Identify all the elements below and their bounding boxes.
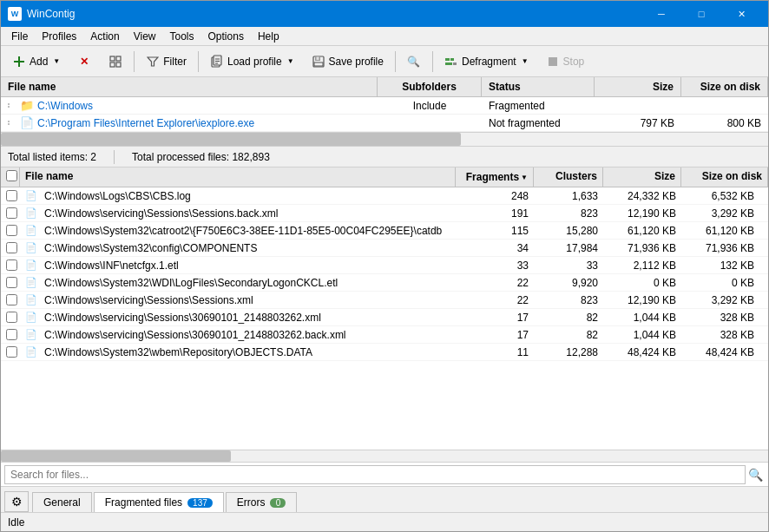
lower-header-filename[interactable]: File name [20, 167, 456, 187]
row-select-checkbox[interactable] [6, 190, 17, 201]
lower-header-size[interactable]: Size [603, 167, 681, 187]
lower-header-sizeondisk[interactable]: Size on disk [681, 167, 768, 187]
upper-row-subfolders: Include [378, 98, 482, 114]
tab-fragmented-files[interactable]: Fragmented files 137 [94, 492, 224, 513]
row-checkbox[interactable] [1, 206, 20, 220]
lower-table-row[interactable]: 📄 C:\Windows\System32\catroot2\{F750E6C3… [1, 222, 768, 240]
upper-scrollbar-thumb [1, 133, 461, 146]
row-filename: 📄 C:\Windows\System32\catroot2\{F750E6C3… [20, 223, 456, 239]
add-label: Add [30, 56, 48, 68]
row-select-checkbox[interactable] [6, 242, 17, 253]
row-checkbox[interactable] [1, 345, 20, 359]
settings-button[interactable]: ⚙ [4, 491, 29, 512]
svg-rect-14 [316, 56, 319, 60]
row-checkbox[interactable] [1, 258, 20, 273]
lower-table-row[interactable]: 📄 C:\Windows\System32\wbem\Repository\OB… [1, 344, 768, 361]
row-select-checkbox[interactable] [6, 346, 17, 358]
row-checkbox[interactable] [1, 223, 20, 238]
menu-tools[interactable]: Tools [163, 29, 201, 44]
upper-table-row[interactable]: 📄 C:\Program Files\Internet Explorer\iex… [1, 115, 768, 132]
row-select-checkbox[interactable] [6, 329, 17, 340]
row-select-checkbox[interactable] [6, 207, 17, 219]
menu-view[interactable]: View [127, 29, 163, 44]
save-profile-button[interactable]: Save profile [304, 49, 391, 74]
lower-header-fragments[interactable]: Fragments ▼ [456, 167, 534, 187]
search-input[interactable] [4, 465, 746, 484]
bottom-tabs: ⚙ General Fragmented files 137 Errors 0 [1, 486, 768, 512]
row-filename: 📄 C:\Windows\System32\wbem\Repository\OB… [20, 345, 456, 360]
row-checkbox[interactable] [1, 310, 20, 325]
row-clusters: 9,920 [534, 275, 603, 291]
lower-table-row[interactable]: 📄 C:\Windows\System32\WDI\LogFiles\Secon… [1, 274, 768, 292]
lower-table-row[interactable]: 📄 C:\Windows\servicing\Sessions\Sessions… [1, 205, 768, 222]
select-all-checkbox[interactable] [6, 170, 17, 181]
lower-table-row[interactable]: 📄 C:\Windows\Logs\CBS\CBS.log 248 1,633 … [1, 187, 768, 205]
upper-table-row[interactable]: 📁 C:\Windows Include Fragmented [1, 97, 768, 115]
svg-rect-19 [453, 62, 457, 65]
load-profile-button[interactable]: Load profile ▼ [202, 49, 302, 74]
upper-scrollbar[interactable] [1, 133, 768, 147]
upper-row-sizeondisk [681, 104, 768, 108]
grid-icon [108, 55, 122, 69]
row-checkbox[interactable] [1, 188, 20, 203]
row-fragments: 33 [456, 258, 534, 273]
lower-table-row[interactable]: 📄 C:\Windows\System32\config\COMPONENTS … [1, 240, 768, 257]
lower-table-row[interactable]: 📄 C:\Windows\servicing\Sessions\30690101… [1, 326, 768, 344]
svg-rect-18 [445, 62, 452, 65]
close-button[interactable]: ✕ [721, 1, 761, 27]
row-clusters: 82 [534, 310, 603, 325]
filter-button[interactable]: Filter [138, 49, 194, 74]
svg-rect-17 [450, 58, 454, 61]
upper-header-status: Status [482, 77, 595, 96]
lower-scrollbar[interactable] [1, 450, 768, 462]
row-select-checkbox[interactable] [6, 312, 17, 323]
search-icon: 🔍 [746, 465, 765, 484]
row-select-checkbox[interactable] [6, 259, 17, 271]
maximize-button[interactable]: □ [681, 1, 721, 27]
upper-row-size: 797 KB [595, 115, 681, 131]
defragment-label: Defragment [462, 56, 516, 68]
svg-marker-6 [148, 57, 158, 66]
row-sizeondisk: 132 KB [681, 258, 768, 273]
row-checkbox[interactable] [1, 275, 20, 290]
menu-file[interactable]: File [4, 29, 35, 44]
remove-button[interactable]: ✕ [69, 49, 99, 74]
defragment-button[interactable]: Defragment ▼ [437, 49, 536, 74]
row-checkbox[interactable] [1, 292, 20, 307]
row-fragments: 34 [456, 240, 534, 256]
tab-errors[interactable]: Errors 0 [226, 492, 298, 512]
upper-row-filename: 📁 C:\Windows [1, 97, 378, 115]
svg-rect-5 [116, 62, 121, 67]
minimize-button[interactable]: ─ [641, 1, 681, 27]
menu-options[interactable]: Options [201, 29, 251, 44]
search-bar: 🔍 [1, 462, 768, 486]
row-select-checkbox[interactable] [6, 294, 17, 305]
row-select-checkbox[interactable] [6, 225, 17, 236]
row-checkbox[interactable] [1, 327, 20, 342]
row-fragments: 248 [456, 188, 534, 204]
lower-header-clusters[interactable]: Clusters [534, 167, 603, 187]
row-checkbox[interactable] [1, 240, 20, 255]
row-fragments: 191 [456, 206, 534, 221]
add-button[interactable]: Add ▼ [4, 49, 68, 74]
menu-action[interactable]: Action [83, 29, 126, 44]
upper-row-size [595, 104, 681, 108]
row-filename: 📄 C:\Windows\servicing\Sessions\Sessions… [20, 206, 456, 221]
lower-table-row[interactable]: 📄 C:\Windows\servicing\Sessions\30690101… [1, 309, 768, 326]
tab-errors-label: Errors [237, 496, 266, 509]
row-clusters: 17,984 [534, 240, 603, 256]
row-sizeondisk: 0 KB [681, 275, 768, 291]
row-file-icon: 📄 [25, 207, 37, 219]
filter-label: Filter [163, 56, 187, 68]
lower-table-row[interactable]: 📄 C:\Windows\servicing\Sessions\Sessions… [1, 292, 768, 309]
menu-help[interactable]: Help [251, 29, 286, 44]
add-dropdown-arrow: ▼ [53, 57, 60, 65]
tab-general[interactable]: General [32, 492, 92, 512]
errors-badge: 0 [270, 498, 286, 508]
row-select-checkbox[interactable] [6, 277, 17, 288]
menu-profiles[interactable]: Profiles [35, 29, 83, 44]
lower-table-row[interactable]: 📄 C:\Windows\INF\netcfgx.1.etl 33 33 2,1… [1, 257, 768, 274]
search-toolbar-button[interactable]: 🔍 [399, 49, 429, 74]
grid-view-button[interactable] [101, 49, 130, 74]
stop-button[interactable]: Stop [538, 49, 593, 74]
